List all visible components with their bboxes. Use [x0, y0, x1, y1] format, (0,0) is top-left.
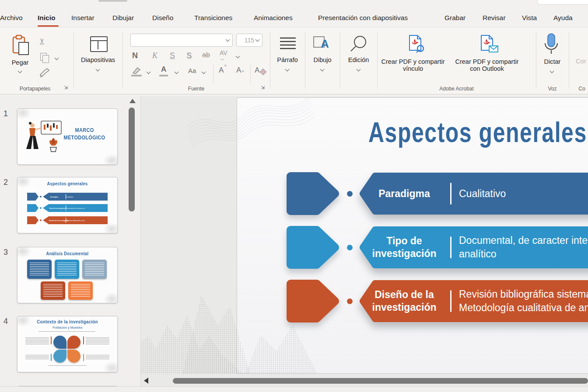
- group-separator: [377, 32, 378, 89]
- row-value-line: analítico: [459, 247, 588, 261]
- font-name-combo[interactable]: [130, 34, 233, 47]
- font-color-caret-icon[interactable]: [175, 70, 179, 74]
- hscroll-left-arrow-icon[interactable]: [144, 378, 148, 384]
- change-case-caret-icon[interactable]: [202, 70, 206, 74]
- tab-ayuda[interactable]: Ayuda: [553, 14, 573, 22]
- slide-thumbnail-1[interactable]: MARCO METODOLÓGICO: [17, 108, 118, 165]
- tab-dibujar[interactable]: Dibujar: [112, 14, 134, 22]
- tab-grabar[interactable]: Grabar: [444, 14, 466, 22]
- clear-formatting-button[interactable]: A: [255, 66, 259, 75]
- copy-icon-page: [42, 55, 49, 63]
- slide-row-paradigma[interactable]: Paradigma Cualitativo: [237, 172, 588, 215]
- create-pdf-link-button[interactable]: Crear PDF y compartir vínculo: [380, 58, 446, 72]
- italic-button[interactable]: K: [152, 51, 158, 60]
- mini-separator: [213, 64, 214, 83]
- font-color-bar: [159, 75, 168, 76]
- slide-layout-icon[interactable]: [90, 36, 108, 52]
- dictate-button[interactable]: Dictar: [536, 58, 569, 65]
- row-value-line: Documental, de caracter interpretativo y: [459, 234, 588, 247]
- font-size-value: 115: [245, 37, 254, 44]
- slide-row-tipo[interactable]: Tipo de investigación Documental, de car…: [237, 226, 588, 269]
- presenter-illustration: [23, 120, 63, 154]
- bold-button[interactable]: N: [132, 51, 138, 60]
- banner-divider: [450, 183, 452, 205]
- row-label: Tipo de investigación: [367, 226, 441, 269]
- paste-caret-icon[interactable]: [18, 69, 22, 73]
- truncated-ribbon-button[interactable]: Cor: [576, 57, 586, 65]
- editing-caret-icon[interactable]: [357, 67, 361, 72]
- active-tab-indicator: [38, 25, 59, 27]
- tab-vista[interactable]: Vista: [522, 14, 537, 22]
- slide-thumbnail-2[interactable]: Aspectos generales ParadigmaCualitativo …: [17, 177, 118, 233]
- scroll-up-arrow-icon[interactable]: [130, 99, 136, 103]
- floating-ui-fragment: [98, 0, 127, 2]
- tab-insertar[interactable]: Insertar: [71, 14, 94, 22]
- paste-button[interactable]: Pegar: [4, 59, 36, 66]
- clipboard-group-label: Portapapeles: [0, 86, 70, 92]
- ribbon-tab-bar: Archivo Inicio Insertar Dibujar Diseño T…: [0, 12, 588, 27]
- spacing-caret-icon[interactable]: [236, 54, 240, 59]
- tab-inicio[interactable]: Inicio: [38, 14, 55, 22]
- editing-button[interactable]: Edición: [340, 56, 377, 63]
- font-dialog-launcher-icon[interactable]: ⇲: [261, 85, 265, 90]
- group-separator: [569, 32, 569, 89]
- font-color-button[interactable]: A: [161, 65, 166, 74]
- row-value-line: Cualitativo: [459, 187, 506, 201]
- highlighter-icon[interactable]: [131, 66, 144, 76]
- slide-editing-canvas: Aspectos generales Paradigma Cualitativo…: [141, 96, 588, 386]
- thumbnail-title: MARCO METODOLÓGICO: [60, 126, 109, 141]
- create-pdf-outlook-icon[interactable]: [479, 34, 500, 55]
- slide-number: 4: [4, 317, 8, 326]
- paragraph-button[interactable]: Párrafo: [270, 56, 305, 63]
- tab-animaciones[interactable]: Animaciones: [254, 14, 293, 22]
- slide-number: 1: [4, 109, 8, 118]
- underline-button[interactable]: S: [170, 51, 175, 60]
- clipboard-dialog-launcher-icon[interactable]: ⇲: [64, 85, 68, 90]
- connector-dot: [347, 191, 353, 197]
- increase-font-size-button[interactable]: A: [219, 66, 224, 75]
- tab-archivo[interactable]: Archivo: [0, 14, 23, 22]
- status-bar-fragment: [0, 386, 588, 392]
- create-pdf-link-icon[interactable]: [406, 34, 426, 55]
- sidebar-scrollbar[interactable]: [129, 108, 135, 212]
- change-case-button[interactable]: Aa: [188, 67, 196, 74]
- connector-dot: [347, 298, 353, 304]
- slide-number: 2: [4, 178, 8, 187]
- slide-thumbnail-3[interactable]: Análisis Documental: [17, 247, 118, 303]
- text-shadow-button[interactable]: S: [186, 51, 192, 60]
- draw-caret-icon[interactable]: [320, 67, 325, 72]
- tab-revisar[interactable]: Revisar: [483, 14, 506, 22]
- paragraph-lines-icon[interactable]: [279, 36, 297, 51]
- cut-icon[interactable]: ✂: [37, 38, 47, 45]
- font-size-combo[interactable]: 115: [236, 34, 262, 47]
- strikethrough-button[interactable]: ab: [202, 51, 210, 59]
- acrobat-group-label: Adobe Acrobat: [377, 86, 536, 92]
- search-box-fragment[interactable]: [537, 0, 588, 5]
- row-label: Diseño de la investigación: [367, 280, 441, 323]
- slide-row-diseno[interactable]: Diseño de la investigación Revisión bibl…: [237, 280, 588, 323]
- dictate-microphone-icon[interactable]: [542, 33, 560, 56]
- dictate-caret-icon[interactable]: [550, 69, 554, 73]
- horizontal-scrollbar[interactable]: [173, 378, 588, 384]
- slide-thumbnail-panel: 1 MARCO METODOLÓGICO 2 Aspectos gener: [0, 96, 141, 392]
- paragraph-caret-icon[interactable]: [285, 67, 290, 72]
- slide-title[interactable]: Aspectos generales: [368, 116, 587, 149]
- thumbnail-title: Contexto de la investigación: [25, 319, 110, 324]
- wave-mesh-decoration: [185, 96, 316, 153]
- tab-diseno[interactable]: Diseño: [152, 14, 173, 22]
- highlighter-caret-icon[interactable]: [147, 70, 151, 74]
- tab-transiciones[interactable]: Transiciones: [194, 14, 232, 22]
- voice-group-label: Voz: [536, 86, 569, 92]
- slides-caret-icon[interactable]: [96, 67, 100, 72]
- editing-magnifier-icon[interactable]: [349, 35, 368, 53]
- copy-caret-icon[interactable]: [55, 56, 59, 60]
- slides-button[interactable]: Diapositivas: [74, 56, 122, 63]
- draw-button[interactable]: Dibujo: [305, 56, 340, 63]
- thumbnail-title: Aspectos generales: [25, 181, 110, 186]
- slide-thumbnail-4[interactable]: Contexto de la investigación Población y…: [17, 316, 118, 372]
- create-pdf-outlook-button[interactable]: Crear PDF y compartir con Outlook: [450, 58, 524, 72]
- paste-icon[interactable]: [11, 35, 31, 56]
- format-painter-icon[interactable]: [38, 67, 51, 78]
- tab-presentacion[interactable]: Presentación con diapositivas: [318, 14, 408, 22]
- decrease-font-size-button[interactable]: A: [236, 66, 241, 75]
